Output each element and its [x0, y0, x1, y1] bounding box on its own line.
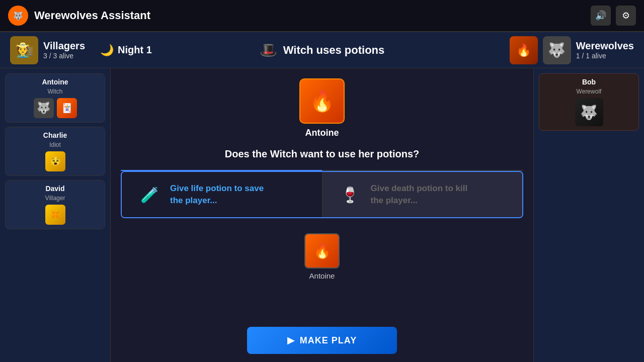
app-title: Werewolves Assistant	[34, 9, 150, 22]
death-potion-icon: 🍷	[338, 182, 363, 207]
witch-hat-icon: 🎩	[260, 42, 277, 58]
victim-display: 🔥 Antoine	[299, 78, 345, 138]
life-potion-label: Give life potion to savethe player...	[170, 183, 264, 207]
app-header: 🐺 Werewolves Assistant 🔊 ⚙	[0, 0, 644, 32]
villagers-alive: 3 / 3 alive	[43, 52, 85, 60]
night-label: Night 1	[118, 44, 152, 56]
phase-title-text: Witch uses potions	[283, 44, 384, 57]
wolf-small-icon: 🐺	[34, 98, 54, 118]
player-role-antoine: Witch	[10, 88, 101, 95]
witch-question: Does the Witch want to use her potions?	[225, 148, 420, 160]
player-icons-david: ✴️	[10, 205, 101, 225]
player-card-charlie[interactable]: Charlie Idiot 😵	[5, 127, 105, 176]
left-sidebar: Antoine Witch 🐺 🃏 Charlie Idiot 😵 David …	[0, 68, 111, 362]
moon-icon: 🌙	[100, 44, 114, 57]
svg-text:🐺: 🐺	[13, 11, 23, 21]
enemy-card-bob[interactable]: Bob Werewolf 🐺	[539, 73, 639, 131]
victim-name: Antoine	[305, 128, 339, 138]
player-icons-antoine: 🐺 🃏	[10, 98, 101, 118]
header-left: 🐺 Werewolves Assistant	[8, 6, 150, 26]
werewolves-text: Werewolves 1 / 1 alive	[576, 40, 634, 60]
villagers-label: Villagers	[43, 40, 85, 52]
settings-button[interactable]: ⚙	[616, 6, 636, 26]
enemy-name-bob: Bob	[543, 78, 634, 86]
player-role-david: Villager	[10, 195, 101, 202]
potion-options: 🧪 Give life potion to savethe player... …	[121, 171, 523, 218]
header-right: 🔊 ⚙	[591, 6, 636, 26]
target-display: 🔥 Antoine	[304, 233, 340, 280]
werewolves-info: 🔥 🐺 Werewolves 1 / 1 alive	[510, 36, 634, 64]
card-icon-charlie: 😵	[45, 151, 65, 171]
player-name-antoine: Antoine	[10, 78, 101, 86]
player-name-david: David	[10, 185, 101, 193]
villager-avatar: 🧑‍🌾	[10, 36, 38, 64]
target-card: 🔥	[304, 233, 340, 268]
victim-card-large: 🔥	[299, 78, 345, 124]
right-sidebar: Bob Werewolf 🐺	[533, 68, 644, 362]
player-role-charlie: Idiot	[10, 141, 101, 148]
enemy-role-bob: Werewolf	[543, 88, 634, 95]
make-play-label: MAKE PLAY	[300, 335, 357, 346]
life-potion-option[interactable]: 🧪 Give life potion to savethe player...	[122, 172, 323, 217]
card-icon-david: ✴️	[45, 205, 65, 225]
werewolves-label: Werewolves	[576, 40, 634, 52]
player-card-david[interactable]: David Villager ✴️	[5, 180, 105, 229]
main-layout: Antoine Witch 🐺 🃏 Charlie Idiot 😵 David …	[0, 68, 644, 362]
target-name: Antoine	[309, 272, 335, 280]
phase-title: 🎩 Witch uses potions	[260, 42, 384, 58]
enemy-wolf-icon: 🐺	[575, 98, 603, 126]
werewolves-alive: 1 / 1 alive	[576, 52, 634, 60]
player-icons-charlie: 😵	[10, 151, 101, 171]
wolf-avatar-header: 🐺	[543, 36, 571, 64]
villagers-text: Villagers 3 / 3 alive	[43, 40, 85, 60]
player-name-charlie: Charlie	[10, 131, 101, 139]
make-play-button[interactable]: ▶ MAKE PLAY	[247, 327, 397, 354]
app-logo: 🐺	[8, 6, 28, 26]
enemy-icon-bob: 🐺	[543, 98, 634, 126]
sound-button[interactable]: 🔊	[591, 6, 611, 26]
sub-header: 🧑‍🌾 Villagers 3 / 3 alive 🌙 Night 1 🎩 Wi…	[0, 32, 644, 68]
center-panel: 🔥 Antoine Does the Witch want to use her…	[111, 68, 533, 362]
death-potion-option[interactable]: 🍷 Give death potion to killthe player...	[323, 172, 523, 217]
life-potion-icon: 🧪	[137, 182, 162, 207]
card-icon-antoine: 🃏	[57, 98, 77, 118]
night-info: 🌙 Night 1	[100, 44, 152, 57]
death-potion-label: Give death potion to killthe player...	[371, 183, 468, 207]
footer: ▶ MAKE PLAY	[221, 319, 423, 362]
werewolf-thumb: 🔥	[510, 36, 538, 64]
player-card-antoine[interactable]: Antoine Witch 🐺 🃏	[5, 73, 105, 123]
play-icon: ▶	[287, 335, 295, 346]
villagers-info: 🧑‍🌾 Villagers 3 / 3 alive	[10, 36, 85, 64]
